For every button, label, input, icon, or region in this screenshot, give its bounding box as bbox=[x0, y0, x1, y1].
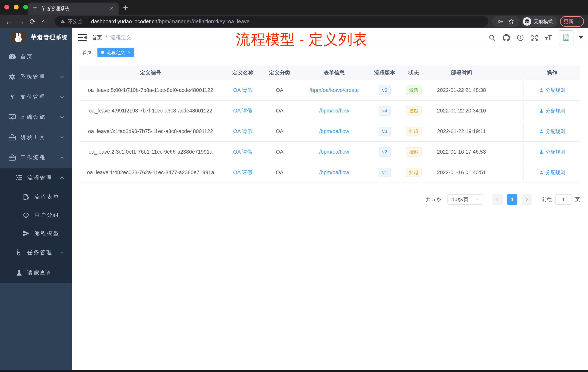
chrome-menu-dots-icon[interactable]: ⋮ bbox=[576, 19, 580, 24]
cell-deploy-time: 2022-01-16 17:46:53 bbox=[430, 142, 492, 162]
tag-close-icon[interactable]: × bbox=[128, 50, 130, 55]
help-icon[interactable]: ? bbox=[517, 34, 524, 41]
avatar[interactable] bbox=[559, 30, 573, 45]
browser-tab[interactable]: 芋道管理系统 ✕ bbox=[28, 2, 118, 15]
new-tab-button[interactable]: + bbox=[123, 3, 128, 12]
form-link[interactable]: /bpm/oa/flow bbox=[319, 108, 349, 114]
sidebar-item-leave-query[interactable]: 请假查询 bbox=[0, 263, 72, 283]
assign-rule-button[interactable]: 分配规则 bbox=[539, 169, 565, 176]
font-size-icon[interactable]: TT bbox=[545, 34, 552, 41]
home-icon[interactable]: ⌂ bbox=[42, 18, 46, 25]
definition-name-link[interactable]: OA 请假 bbox=[233, 107, 252, 114]
prev-page-button[interactable] bbox=[493, 194, 503, 205]
cell-deploy-time: 2022-01-22 20:34:10 bbox=[430, 101, 492, 121]
page-size-select[interactable]: 10条/页 bbox=[447, 194, 483, 205]
tab-title: 芋道管理系统 bbox=[41, 5, 106, 12]
user-group-icon bbox=[22, 211, 30, 219]
assign-rule-button[interactable]: 分配规则 bbox=[539, 149, 565, 155]
sidebar-item-infrastructure[interactable]: 基础设施 bbox=[0, 107, 72, 127]
favicon-seedling-icon bbox=[32, 6, 38, 11]
page-content: 定义编号 定义名称 定义分类 表单信息 流程版本 状态 部署时间 操作 oa_l… bbox=[72, 58, 588, 370]
gear-icon bbox=[8, 73, 16, 81]
sidebar-item-workflow[interactable]: 工作流程 bbox=[0, 147, 72, 168]
github-icon[interactable] bbox=[503, 34, 510, 41]
forward-icon[interactable]: → bbox=[17, 18, 25, 25]
sidebar-item-home[interactable]: 首页 bbox=[0, 46, 72, 67]
back-icon[interactable]: ← bbox=[5, 18, 12, 25]
definition-name-link[interactable]: OA 请假 bbox=[233, 87, 252, 94]
breadcrumb-home[interactable]: 首页 bbox=[92, 34, 102, 41]
definition-name-link[interactable]: OA 请假 bbox=[233, 128, 252, 135]
window-controls bbox=[4, 5, 28, 10]
form-link[interactable]: /bpm/oa/flow bbox=[319, 149, 349, 155]
url-path: /bpm/manager/definition?key=oa_leave bbox=[157, 19, 250, 25]
sidebar-item-dev-tools[interactable]: 研发工具 bbox=[0, 127, 72, 147]
avatar-caret-icon[interactable] bbox=[578, 36, 583, 39]
cell-category: OA bbox=[263, 121, 296, 142]
tag-home[interactable]: 首页 bbox=[79, 48, 95, 57]
tag-active-process-definition[interactable]: 流程定义 × bbox=[97, 48, 134, 57]
cell-definition-id: oa_leave:4:991f2193-7b7f-11ec-a3c8-acde4… bbox=[79, 101, 222, 121]
update-label[interactable]: 更新 bbox=[564, 18, 573, 25]
app-frame: 芋道管理系统 首页 系统管理 ¥ 支付管理 基础设施 bbox=[0, 28, 588, 372]
page-number-current[interactable]: 1 bbox=[507, 194, 517, 205]
definition-name-link[interactable]: OA 请假 bbox=[233, 148, 252, 156]
form-link[interactable]: /bpm/oa/flow bbox=[319, 128, 349, 134]
fullscreen-icon[interactable] bbox=[531, 34, 538, 41]
window-minimize-button[interactable] bbox=[14, 5, 19, 10]
window-zoom-button[interactable] bbox=[23, 5, 28, 10]
definition-name-link[interactable]: OA 请假 bbox=[233, 169, 252, 176]
sidebar-item-task-management[interactable]: 任务管理 bbox=[0, 242, 72, 263]
cell-deploy-time: 2022-01-22 21:48:38 bbox=[430, 80, 492, 101]
cell-definition-id: oa_leave:1:482ec033-762a-11ec-8477-a2380… bbox=[79, 162, 222, 183]
sidebar-item-user-group[interactable]: 用户分组 bbox=[0, 206, 72, 224]
address-bar[interactable]: 不安全 dashboard.yudao.iocoder.cn/bpm/manag… bbox=[54, 16, 488, 27]
cell-category: OA bbox=[263, 142, 296, 162]
assign-rule-button[interactable]: 分配规则 bbox=[539, 128, 565, 135]
sidebar-item-process-model[interactable]: 流程模型 bbox=[0, 224, 72, 242]
header-definition-id: 定义编号 bbox=[79, 66, 222, 80]
tab-close-icon[interactable]: ✕ bbox=[110, 6, 114, 11]
header-process-version: 流程版本 bbox=[372, 66, 397, 80]
header-form-info: 表单信息 bbox=[296, 66, 372, 80]
sidebar-item-process-form[interactable]: 流程表单 bbox=[0, 188, 72, 206]
form-link[interactable]: /bpm/oa/flow bbox=[319, 169, 349, 175]
goto-label: 前往 bbox=[542, 196, 552, 203]
version-badge: v1 bbox=[378, 168, 391, 177]
cell-definition-id: oa_leave:2:3c1f0ef1-76b1-11ec-9c66-a2380… bbox=[79, 142, 222, 162]
sidebar-logo[interactable]: 芋道管理系统 bbox=[0, 28, 72, 46]
header-definition-name: 定义名称 bbox=[222, 66, 263, 80]
bookmark-star-icon[interactable] bbox=[508, 18, 514, 25]
window-close-button[interactable] bbox=[4, 5, 9, 10]
chevron-up-icon bbox=[59, 154, 65, 161]
reload-icon[interactable]: ⟳ bbox=[30, 18, 36, 25]
form-edit-icon bbox=[22, 193, 30, 201]
sidebar-collapse-icon[interactable] bbox=[78, 34, 86, 41]
window-bottom-edge bbox=[0, 370, 588, 372]
cell-deploy-time: 2022-01-22 19:19:11 bbox=[430, 121, 492, 142]
incognito-icon bbox=[523, 17, 531, 26]
security-label[interactable]: 不安全 bbox=[68, 18, 83, 25]
sidebar-item-payment[interactable]: ¥ 支付管理 bbox=[0, 87, 72, 107]
goto-page-input[interactable] bbox=[556, 194, 571, 205]
pagination-total: 共 5 条 bbox=[426, 196, 441, 203]
cell-category: OA bbox=[263, 80, 296, 101]
password-key-icon[interactable] bbox=[497, 18, 504, 25]
version-badge: v5 bbox=[378, 86, 391, 95]
sidebar-item-system[interactable]: 系统管理 bbox=[0, 67, 72, 87]
logo-avatar bbox=[11, 32, 26, 43]
search-icon[interactable] bbox=[488, 34, 496, 41]
next-page-button[interactable] bbox=[522, 194, 532, 205]
version-badge: v2 bbox=[378, 147, 391, 157]
breadcrumb: 首页 / 流程定义 bbox=[92, 28, 131, 47]
form-link[interactable]: /bpm/oa/leave/create bbox=[310, 87, 359, 93]
sidebar-item-process-management[interactable]: 流程管理 bbox=[0, 168, 72, 188]
assign-rule-button[interactable]: 分配规则 bbox=[539, 87, 565, 94]
breadcrumb-current: 流程定义 bbox=[110, 34, 131, 41]
dashboard-icon bbox=[8, 52, 16, 61]
assign-rule-button[interactable]: 分配规则 bbox=[539, 108, 565, 114]
active-dot-icon bbox=[101, 51, 104, 54]
toolbar-extensions-group bbox=[492, 16, 520, 27]
chrome-update-button[interactable]: 更新 ⋮ bbox=[560, 16, 584, 27]
breadcrumb-separator: / bbox=[105, 34, 107, 41]
